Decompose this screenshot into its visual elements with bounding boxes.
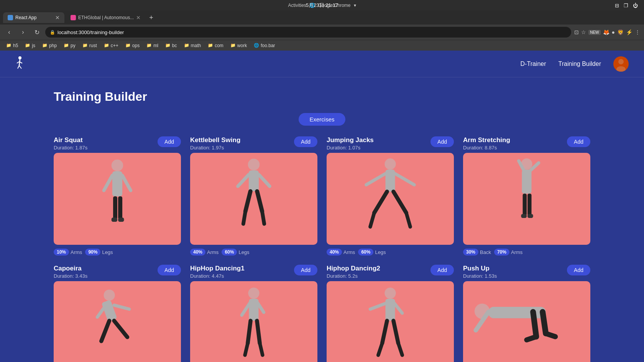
bookmark-star-icon[interactable]: ☆ [581, 29, 586, 35]
muscle-label: Legs [375, 249, 386, 255]
muscle-tags: 10% Arms 90% Legs [54, 249, 181, 256]
bm-com-label: com [215, 43, 223, 48]
exercise-card-header: Air Squat Duration: 1.87s Add [54, 136, 181, 153]
exercise-card: Arm Stretching Duration: 8.87s Add 30% B… [463, 136, 590, 256]
add-exercise-button[interactable]: Add [158, 136, 181, 147]
browser-dropdown-icon[interactable]: ▾ [354, 3, 356, 8]
muscle-label: Back [480, 249, 491, 255]
forward-button[interactable]: › [18, 27, 28, 38]
bm-js[interactable]: 📁 js [22, 42, 38, 49]
exercise-name: Push Up [463, 265, 497, 272]
svg-rect-38 [521, 214, 527, 218]
svg-line-58 [382, 321, 387, 343]
add-exercise-button[interactable]: Add [294, 136, 317, 147]
bm-rust-label: rust [89, 43, 97, 48]
add-exercise-button[interactable]: Add [158, 265, 181, 275]
exercise-image [190, 281, 317, 362]
bm-math-label: math [191, 43, 201, 48]
bm-h5[interactable]: 📁 h5 [3, 42, 21, 49]
svg-line-50 [248, 321, 250, 343]
tab-close-eth[interactable]: ✕ [136, 15, 141, 21]
svg-line-28 [374, 192, 387, 213]
activities-label[interactable]: Activities [288, 3, 306, 8]
svg-rect-13 [118, 196, 122, 219]
bm-com[interactable]: 📁 com [205, 42, 227, 49]
add-exercise-button[interactable]: Add [294, 265, 317, 275]
svg-line-29 [393, 192, 406, 213]
svg-point-0 [18, 56, 21, 59]
add-exercise-button[interactable]: Add [430, 136, 454, 147]
svg-line-19 [259, 175, 269, 187]
svg-point-7 [616, 66, 626, 72]
exercise-duration: Duration: 3.43s [54, 273, 87, 279]
tab-close-react[interactable]: ✕ [55, 15, 60, 21]
extension-icon[interactable]: ⚡ [626, 29, 632, 35]
exercise-info: HipHop Dancing1 Duration: 4.47s [190, 265, 245, 279]
muscle-tag: 60% Legs [358, 249, 386, 256]
add-exercise-button[interactable]: Add [430, 265, 454, 275]
exercise-duration: Duration: 1.87s [54, 145, 87, 151]
svg-line-60 [378, 343, 382, 355]
bm-foobar[interactable]: 🌐 foo.bar [251, 42, 278, 49]
exercises-tab[interactable]: Exercises [299, 113, 345, 126]
muscle-tags: 40% Arms 60% Legs [190, 249, 317, 256]
navbar-avatar[interactable] [613, 56, 629, 72]
muscle-pct: 10% [54, 249, 69, 256]
muscle-tags: 30% Back 70% Arms [463, 249, 590, 256]
menu-icon[interactable]: ⋮ [635, 29, 640, 35]
bm-ml[interactable]: 📁 ml [143, 42, 161, 49]
bm-bc[interactable]: 📁 bc [162, 42, 180, 49]
navbar-links: D-Trainer Training Builder [521, 56, 629, 72]
navbar-training-builder[interactable]: Training Builder [559, 61, 601, 67]
bm-cpp[interactable]: 📁 c++ [101, 42, 122, 49]
exercise-duration: Duration: 5.2s [327, 273, 380, 279]
exercise-image [327, 153, 454, 245]
svg-line-45 [114, 321, 127, 337]
bm-math[interactable]: 📁 math [181, 42, 204, 49]
brave-icon[interactable]: 🦁 [617, 29, 624, 35]
metamask-icon[interactable]: 🦊 [603, 29, 610, 35]
muscle-pct: 90% [85, 249, 100, 256]
muscle-pct: 70% [494, 249, 509, 256]
address-bar[interactable]: 🔒 localhost:3000/training-builder [45, 27, 571, 38]
lock-icon: 🔒 [50, 30, 55, 35]
svg-point-8 [112, 159, 123, 171]
bm-ops[interactable]: 📁 ops [122, 42, 143, 49]
cast-icon[interactable]: ⊡ [574, 29, 579, 35]
svg-rect-15 [118, 218, 124, 222]
os-bar: Activities 🌐 Google Chrome ▾ 5月23日 21:17… [0, 0, 644, 11]
svg-point-46 [248, 288, 259, 299]
browser-chrome: React App ✕ ETHGlobal | Autonomous... ✕ … [0, 11, 644, 51]
add-exercise-button[interactable]: Add [567, 136, 590, 147]
bm-py[interactable]: 📁 py [61, 42, 79, 49]
app: D-Trainer Training Builder Training Buil… [0, 51, 644, 362]
exercise-image [54, 153, 181, 245]
bm-php[interactable]: 📁 php [39, 42, 60, 49]
muscle-tag: 30% Back [463, 249, 491, 256]
exercise-info: Air Squat Duration: 1.87s [54, 136, 87, 151]
svg-line-23 [262, 211, 264, 224]
exercise-info: Kettlebell Swing Duration: 1.97s [190, 136, 240, 151]
add-exercise-button[interactable]: Add [567, 265, 590, 275]
svg-rect-33 [522, 170, 531, 194]
refresh-button[interactable]: ↻ [31, 27, 42, 38]
svg-line-61 [398, 343, 402, 355]
muscle-pct: 40% [190, 249, 205, 256]
tab-ethglobal[interactable]: ETHGlobal | Autonomous... ✕ [66, 12, 145, 23]
bm-rust[interactable]: 📁 rust [79, 42, 100, 49]
navbar-logo[interactable] [15, 55, 31, 73]
svg-line-43 [114, 305, 130, 309]
exercise-image [327, 281, 454, 362]
exercise-card-header: Arm Stretching Duration: 8.87s Add [463, 136, 590, 153]
back-button[interactable]: ‹ [4, 27, 15, 38]
muscle-pct: 40% [327, 249, 342, 256]
bm-foobar-label: foo.bar [261, 43, 275, 48]
svg-line-21 [257, 191, 262, 211]
muscle-label: Legs [102, 249, 113, 255]
new-tab-button[interactable]: + [147, 14, 156, 22]
tab-react-app[interactable]: React App ✕ [3, 12, 64, 23]
exercise-card: HipHop Dancing1 Duration: 4.47s Add [190, 265, 317, 362]
bm-work[interactable]: 📁 work [227, 42, 250, 49]
navbar-d-trainer[interactable]: D-Trainer [521, 61, 546, 67]
chrome-icon[interactable]: ● [612, 29, 615, 35]
